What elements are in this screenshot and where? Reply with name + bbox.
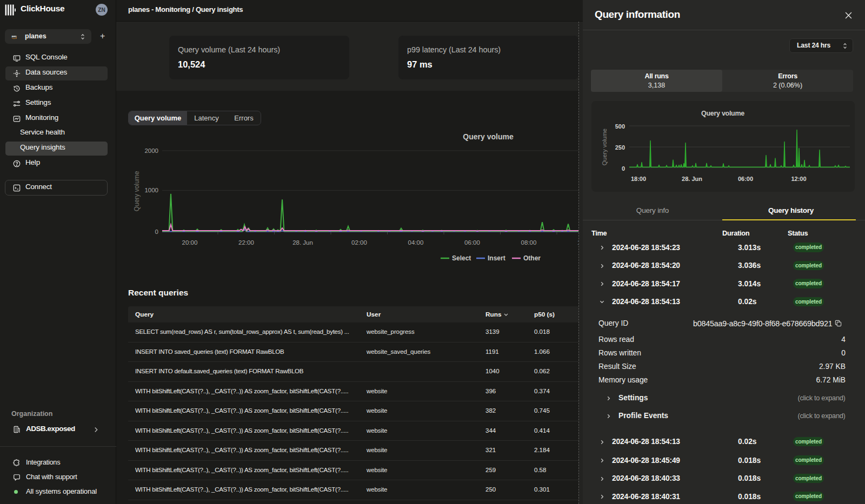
svg-text:06:00: 06:00	[738, 176, 753, 182]
svg-text:Insert: Insert	[488, 254, 505, 262]
svg-text:1000: 1000	[144, 187, 158, 193]
svg-text:Query volume: Query volume	[463, 132, 514, 141]
svg-text:28. Jun: 28. Jun	[682, 176, 702, 182]
svg-text:12:00: 12:00	[791, 176, 806, 182]
svg-text:Query volume: Query volume	[701, 110, 744, 117]
svg-text:18:00: 18:00	[631, 176, 646, 182]
svg-text:0: 0	[155, 229, 158, 235]
svg-text:20:00: 20:00	[182, 239, 198, 246]
svg-text:08:00: 08:00	[521, 239, 537, 246]
svg-text:02:00: 02:00	[351, 239, 367, 246]
svg-text:Query volume: Query volume	[133, 171, 141, 211]
svg-text:500: 500	[615, 123, 625, 130]
svg-text:04:00: 04:00	[408, 239, 424, 246]
svg-text:aws: aws	[12, 35, 17, 38]
svg-text:0: 0	[622, 165, 625, 172]
svg-text:2000: 2000	[144, 147, 158, 154]
svg-text:Select: Select	[452, 254, 471, 262]
svg-text:06:00: 06:00	[464, 239, 480, 246]
svg-text:250: 250	[615, 144, 625, 151]
svg-text:22:00: 22:00	[238, 239, 254, 246]
svg-text:Query volume: Query volume	[601, 129, 608, 165]
svg-text:28. Jun: 28. Jun	[292, 239, 313, 246]
svg-text:Other: Other	[523, 254, 541, 262]
